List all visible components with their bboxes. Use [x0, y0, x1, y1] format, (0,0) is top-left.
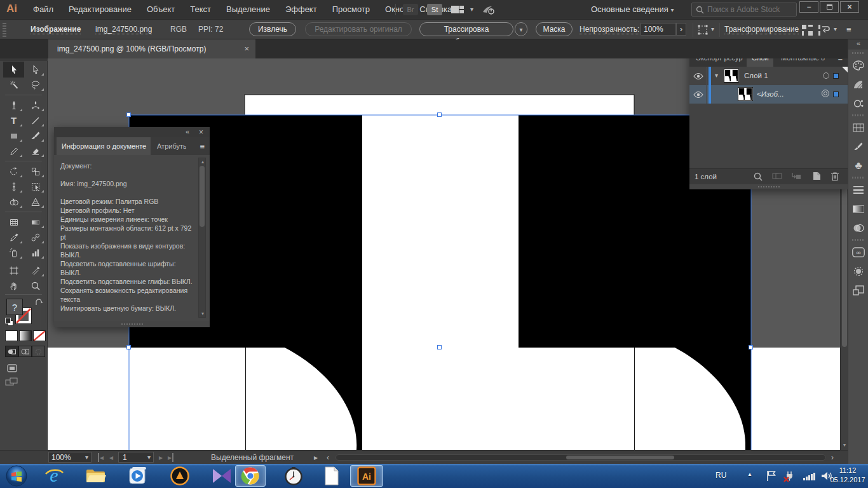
object-type-link[interactable]: Изображение: [31, 25, 81, 34]
align-options-icon[interactable]: [802, 25, 813, 36]
image-thumbnail[interactable]: [738, 87, 753, 101]
status-menu-icon[interactable]: ▸: [314, 452, 318, 463]
tool-rotate[interactable]: [3, 163, 24, 179]
arrange-icon[interactable]: [818, 25, 830, 36]
status-text[interactable]: Выделенный фрагмент: [211, 452, 294, 463]
tool-slice[interactable]: [25, 262, 46, 278]
fill-swatch[interactable]: ?: [6, 299, 23, 315]
select-similar-icon[interactable]: [698, 25, 709, 35]
new-sublayer-icon[interactable]: [791, 172, 801, 180]
swap-fill-stroke-icon[interactable]: [34, 299, 43, 308]
stock-icon[interactable]: St: [427, 4, 442, 15]
restore-button[interactable]: [820, 1, 839, 13]
color-panel-icon[interactable]: [850, 57, 867, 74]
tray-network-icon[interactable]: [803, 471, 816, 480]
tab-attributes[interactable]: Атрибуты: [152, 137, 186, 155]
taskbar-media-player-icon[interactable]: [125, 466, 151, 486]
selection-handle-mid-right[interactable]: [749, 345, 753, 349]
tool-gradient[interactable]: [25, 214, 46, 230]
tool-column-graph[interactable]: [25, 245, 46, 261]
tool-paintbrush[interactable]: [25, 128, 46, 144]
close-tab-icon[interactable]: ×: [244, 39, 249, 58]
new-layer-icon[interactable]: [811, 172, 822, 180]
menu-select[interactable]: Выделение: [219, 0, 278, 19]
panel-resize-grip[interactable]: [689, 184, 848, 189]
image-trace-preset-chevron[interactable]: ▾: [515, 22, 527, 36]
tool-blend[interactable]: [25, 229, 46, 245]
artboard-number-field[interactable]: 1▾: [118, 452, 154, 463]
tool-symbol-sprayer[interactable]: [3, 245, 24, 261]
tray-power-icon[interactable]: [783, 470, 797, 482]
screen-mode-button[interactable]: [5, 362, 19, 374]
close-icon[interactable]: ×: [199, 128, 203, 137]
panel-menu-icon[interactable]: ≡: [200, 142, 205, 151]
tool-curvature[interactable]: [25, 97, 46, 113]
cc-libraries-panel-icon[interactable]: ∞: [850, 244, 867, 261]
scroll-right-icon[interactable]: ›: [831, 452, 834, 463]
tool-artboard[interactable]: [3, 262, 24, 278]
tool-perspective-grid[interactable]: [25, 194, 46, 210]
image-object-name[interactable]: <Изоб...: [757, 90, 784, 98]
draw-normal-button[interactable]: [5, 346, 18, 357]
layer-target-icon[interactable]: [823, 72, 829, 79]
last-artboard-button[interactable]: ▸: [168, 452, 173, 463]
zoom-level-field[interactable]: 100%▾: [48, 452, 92, 463]
panel-scroll-thumb[interactable]: [200, 166, 205, 227]
menu-edit[interactable]: Редактирование: [61, 0, 139, 19]
recolor-artwork-panel-icon[interactable]: [850, 95, 867, 112]
color-button[interactable]: [5, 330, 18, 341]
dock-grip[interactable]: [852, 114, 865, 116]
tool-width[interactable]: [3, 179, 24, 194]
horizontal-scroll-thumb[interactable]: [566, 456, 674, 459]
menu-view[interactable]: Просмотр: [325, 0, 377, 19]
layer-name[interactable]: Слой 1: [744, 72, 768, 79]
tray-action-center-flag-icon[interactable]: [766, 470, 776, 482]
sublayer-row-selected[interactable]: <Изоб...: [689, 85, 848, 104]
opacity-link[interactable]: Непрозрачность:: [580, 25, 639, 34]
dock-grip[interactable]: [852, 239, 865, 241]
tool-pen[interactable]: [3, 97, 24, 113]
artboards-panel-icon[interactable]: [850, 282, 867, 299]
tool-lasso[interactable]: [25, 77, 46, 93]
panel-menu-icon[interactable]: ≡: [846, 25, 851, 34]
tray-clock[interactable]: 11:12 05.12.2017: [830, 466, 865, 485]
make-clipping-mask-icon[interactable]: [772, 172, 782, 180]
brushes-panel-icon[interactable]: [850, 139, 867, 155]
tool-magic-wand[interactable]: [3, 77, 24, 93]
scroll-up-icon[interactable]: ▴: [199, 159, 207, 165]
tool-selection[interactable]: [3, 62, 24, 78]
tool-shaper[interactable]: [3, 143, 24, 159]
expand-panels-icon[interactable]: «: [848, 39, 868, 50]
tool-rectangle[interactable]: [3, 128, 24, 144]
expand-layer-icon[interactable]: ▾: [715, 72, 718, 79]
default-fill-stroke-icon[interactable]: [5, 318, 13, 326]
locate-object-icon[interactable]: [753, 172, 763, 182]
swatches-panel-icon[interactable]: [850, 119, 867, 136]
next-artboard-button[interactable]: ▸: [159, 452, 163, 463]
gradient-panel-icon[interactable]: [850, 201, 867, 217]
opacity-spinner[interactable]: ›: [676, 23, 686, 36]
scroll-left-icon[interactable]: ‹: [327, 452, 329, 463]
document-tab[interactable]: img_247500.png @ 100% (RGB/Просмотр) ×: [48, 39, 255, 58]
menu-effect[interactable]: Эффект: [278, 0, 325, 19]
tool-free-transform[interactable]: [25, 179, 46, 194]
tool-eraser[interactable]: [25, 143, 46, 159]
gradient-button[interactable]: [19, 330, 32, 341]
tool-hand[interactable]: [3, 278, 24, 294]
selection-handle-top-left[interactable]: [126, 112, 131, 117]
taskbar-illustrator-icon[interactable]: Ai: [354, 466, 379, 486]
search-input[interactable]: [707, 5, 783, 14]
visibility-eye-icon[interactable]: [693, 72, 703, 80]
tools-panel-header[interactable]: [0, 58, 48, 61]
image-trace-button[interactable]: Трассировка изображения: [419, 22, 513, 36]
minimize-button[interactable]: −: [799, 1, 818, 13]
visibility-eye-icon[interactable]: [693, 91, 703, 98]
stock-search[interactable]: [691, 3, 797, 17]
tool-shape-builder[interactable]: [3, 194, 24, 210]
chevron-down-icon[interactable]: ▾: [711, 25, 714, 32]
horizontal-scrollbar[interactable]: [336, 454, 826, 461]
target-selected-icon[interactable]: [822, 90, 829, 97]
tool-zoom[interactable]: [25, 278, 46, 294]
previous-artboard-button[interactable]: ◂: [109, 452, 113, 463]
dock-grip[interactable]: [852, 52, 865, 54]
